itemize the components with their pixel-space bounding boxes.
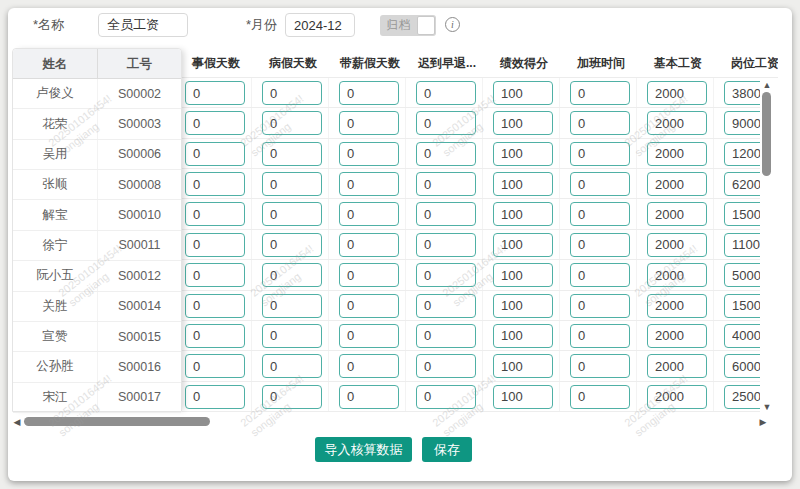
cell-input[interactable] [416, 233, 476, 257]
horizontal-scroll-thumb[interactable] [24, 417, 210, 426]
employee-id: S00015 [98, 322, 181, 351]
cell-input[interactable] [647, 354, 707, 378]
cell-input[interactable] [647, 294, 707, 318]
cell-input[interactable] [570, 324, 630, 348]
cell-input[interactable] [416, 294, 476, 318]
cell-input[interactable] [647, 202, 707, 226]
cell-input[interactable] [339, 324, 399, 348]
cell-input[interactable] [339, 294, 399, 318]
cell-input[interactable] [339, 263, 399, 287]
cell-input[interactable] [570, 294, 630, 318]
cell-input[interactable] [339, 172, 399, 196]
cell-input[interactable] [570, 385, 630, 409]
employee-name: 解宝 [13, 200, 98, 229]
scroll-up-icon[interactable]: ▲ [762, 80, 772, 90]
cell-input[interactable] [647, 263, 707, 287]
cell-input[interactable] [647, 324, 707, 348]
cell-input[interactable] [493, 142, 553, 166]
cell-input[interactable] [493, 263, 553, 287]
cell-input[interactable] [262, 142, 322, 166]
cell-input[interactable] [416, 385, 476, 409]
cell-input[interactable] [570, 263, 630, 287]
cell-input[interactable] [493, 111, 553, 135]
cell-input[interactable] [493, 385, 553, 409]
cell-input[interactable] [570, 202, 630, 226]
cell-input[interactable] [570, 354, 630, 378]
cell-input[interactable] [647, 233, 707, 257]
cell-input[interactable] [493, 81, 553, 105]
scroll-down-icon[interactable]: ▼ [762, 402, 772, 412]
cell-input[interactable] [493, 294, 553, 318]
cell-input[interactable] [339, 81, 399, 105]
cell-input[interactable] [416, 202, 476, 226]
cell-input[interactable] [185, 111, 245, 135]
cell-input[interactable] [262, 233, 322, 257]
cell-input[interactable] [185, 81, 245, 105]
archive-toggle[interactable]: 归档 [380, 15, 436, 36]
cell-input[interactable] [570, 233, 630, 257]
cell-input[interactable] [647, 385, 707, 409]
cell-input[interactable] [493, 354, 553, 378]
cell-input[interactable] [185, 263, 245, 287]
cell-input[interactable] [416, 111, 476, 135]
cell-input[interactable] [262, 294, 322, 318]
cell-input[interactable] [493, 324, 553, 348]
cell-input[interactable] [185, 294, 245, 318]
table-row: 卢俊义S00002 [13, 79, 181, 109]
vertical-scrollbar[interactable]: ▲ ▼ [760, 78, 774, 414]
cell-input[interactable] [262, 385, 322, 409]
cell-input[interactable] [185, 385, 245, 409]
cell-input[interactable] [647, 172, 707, 196]
cell-input[interactable] [416, 81, 476, 105]
horizontal-scrollbar[interactable]: ◀ ▶ [12, 415, 768, 429]
cell-input[interactable] [262, 263, 322, 287]
cell-input[interactable] [416, 142, 476, 166]
cell-input[interactable] [570, 172, 630, 196]
cell-input[interactable] [493, 233, 553, 257]
employee-id: S00006 [98, 140, 181, 169]
cell-input[interactable] [185, 324, 245, 348]
cell-input[interactable] [262, 111, 322, 135]
cell-input[interactable] [493, 172, 553, 196]
cell-input[interactable] [185, 233, 245, 257]
cell-input[interactable] [339, 202, 399, 226]
cell-input[interactable] [339, 233, 399, 257]
cell-input[interactable] [570, 81, 630, 105]
cell-input[interactable] [416, 263, 476, 287]
cell-input[interactable] [262, 202, 322, 226]
scroll-right-icon[interactable]: ▶ [758, 417, 768, 427]
cell-input[interactable] [647, 111, 707, 135]
grid-header-row: 事假天数病假天数带薪假天数迟到早退...绩效得分加班时间基本工资岗位工资 [182, 48, 778, 78]
employee-id: S00016 [98, 352, 181, 381]
vertical-scroll-thumb[interactable] [762, 92, 771, 176]
info-icon[interactable]: i [445, 17, 460, 32]
table-row: 阮小五S00012 [13, 261, 181, 291]
cell-input[interactable] [262, 354, 322, 378]
employee-id: S00017 [98, 383, 181, 412]
cell-input[interactable] [493, 202, 553, 226]
cell-input[interactable] [185, 202, 245, 226]
cell-input[interactable] [185, 354, 245, 378]
cell-input[interactable] [339, 385, 399, 409]
cell-input[interactable] [262, 324, 322, 348]
import-data-button[interactable]: 导入核算数据 [315, 437, 412, 462]
name-input[interactable] [98, 13, 188, 37]
scroll-left-icon[interactable]: ◀ [12, 417, 22, 427]
cell-input[interactable] [416, 172, 476, 196]
cell-input[interactable] [416, 354, 476, 378]
cell-input[interactable] [339, 111, 399, 135]
cell-input[interactable] [339, 354, 399, 378]
cell-input[interactable] [339, 142, 399, 166]
cell-input[interactable] [262, 81, 322, 105]
save-button[interactable]: 保存 [422, 437, 472, 462]
cell-input[interactable] [262, 172, 322, 196]
cell-input[interactable] [416, 324, 476, 348]
cell-input[interactable] [570, 142, 630, 166]
cell-input[interactable] [647, 81, 707, 105]
cell-input[interactable] [570, 111, 630, 135]
toggle-knob-icon [417, 16, 435, 35]
cell-input[interactable] [185, 172, 245, 196]
month-input[interactable] [285, 13, 355, 37]
cell-input[interactable] [647, 142, 707, 166]
cell-input[interactable] [185, 142, 245, 166]
